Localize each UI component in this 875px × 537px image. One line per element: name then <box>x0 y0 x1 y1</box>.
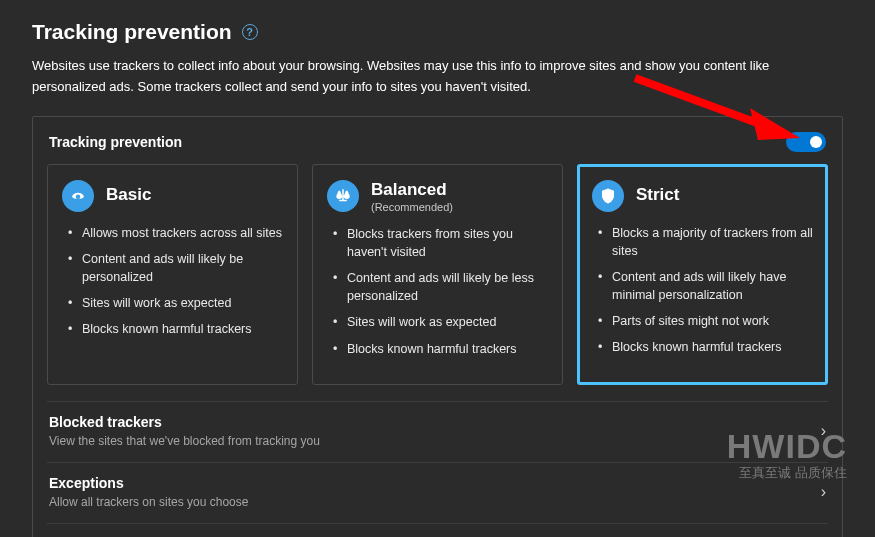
card-balanced-subtitle: (Recommended) <box>371 201 453 213</box>
list-item: Sites will work as expected <box>66 294 283 312</box>
inprivate-strict-row: Always use "Strict" tracking prevention … <box>47 523 828 537</box>
exceptions-title: Exceptions <box>49 475 248 491</box>
list-item: Sites will work as expected <box>331 313 548 331</box>
list-item: Blocks known harmful trackers <box>66 320 283 338</box>
tracking-prevention-toggle[interactable] <box>786 132 826 152</box>
level-cards: Basic Allows most trackers across all si… <box>47 164 828 385</box>
page-title: Tracking prevention <box>32 20 232 44</box>
blocked-trackers-subtitle: View the sites that we've blocked from t… <box>49 434 320 448</box>
list-item: Blocks known harmful trackers <box>596 338 813 356</box>
list-item: Content and ads will likely be less pers… <box>331 269 548 305</box>
tracking-prevention-panel: Tracking prevention Basic Allows most tr… <box>32 116 843 537</box>
card-strict[interactable]: Strict Blocks a majority of trackers fro… <box>577 164 828 385</box>
list-item: Allows most trackers across all sites <box>66 224 283 242</box>
card-basic-title: Basic <box>106 185 151 205</box>
list-item: Parts of sites might not work <box>596 312 813 330</box>
list-item: Blocks known harmful trackers <box>331 340 548 358</box>
list-item: Content and ads will likely be personali… <box>66 250 283 286</box>
chevron-right-icon: › <box>821 422 826 440</box>
balanced-icon <box>327 180 359 212</box>
blocked-trackers-row[interactable]: Blocked trackers View the sites that we'… <box>47 401 828 462</box>
list-item: Blocks trackers from sites you haven't v… <box>331 225 548 261</box>
exceptions-row[interactable]: Exceptions Allow all trackers on sites y… <box>47 462 828 523</box>
strict-icon <box>592 180 624 212</box>
card-balanced-title: Balanced <box>371 180 453 200</box>
panel-label: Tracking prevention <box>49 134 182 150</box>
card-balanced[interactable]: Balanced (Recommended) Blocks trackers f… <box>312 164 563 385</box>
chevron-right-icon: › <box>821 483 826 501</box>
page-description: Websites use trackers to collect info ab… <box>32 56 843 98</box>
blocked-trackers-title: Blocked trackers <box>49 414 320 430</box>
card-strict-title: Strict <box>636 185 679 205</box>
help-icon[interactable]: ? <box>242 24 258 40</box>
exceptions-subtitle: Allow all trackers on sites you choose <box>49 495 248 509</box>
basic-icon <box>62 180 94 212</box>
card-basic[interactable]: Basic Allows most trackers across all si… <box>47 164 298 385</box>
list-item: Content and ads will likely have minimal… <box>596 268 813 304</box>
list-item: Blocks a majority of trackers from all s… <box>596 224 813 260</box>
